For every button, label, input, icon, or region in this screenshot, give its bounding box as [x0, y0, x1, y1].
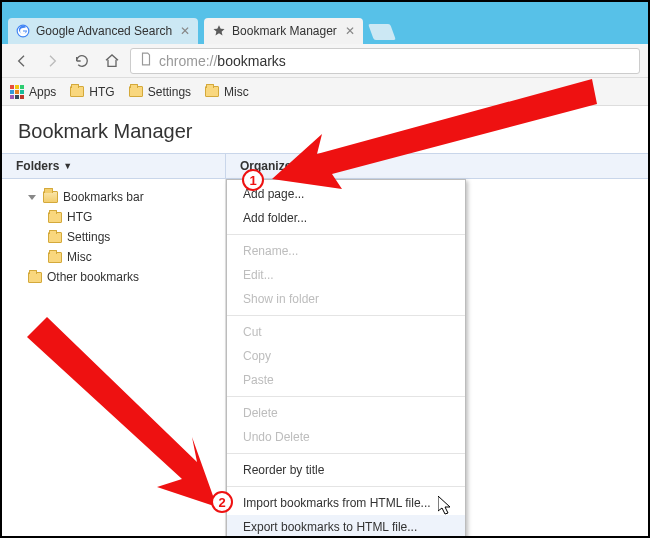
- folder-icon: [48, 232, 62, 243]
- folder-icon: [129, 86, 143, 97]
- tree-bookmarks-bar[interactable]: Bookmarks bar: [6, 187, 221, 207]
- menu-separator: [227, 486, 465, 487]
- url-scheme: chrome://: [159, 53, 217, 69]
- menu-undo-delete: Undo Delete: [227, 425, 465, 449]
- folder-icon: [28, 272, 42, 283]
- menu-delete: Delete: [227, 401, 465, 425]
- forward-button[interactable]: [40, 49, 64, 73]
- tab-bookmark-manager[interactable]: Bookmark Manager ✕: [204, 18, 363, 44]
- folder-open-icon: [43, 191, 58, 203]
- tab-google-advanced-search[interactable]: Google Advanced Search ✕: [8, 18, 198, 44]
- menu-show-in-folder: Show in folder: [227, 287, 465, 311]
- folder-icon: [48, 252, 62, 263]
- tab-close-icon[interactable]: ✕: [180, 24, 190, 38]
- svg-marker-2: [27, 317, 217, 507]
- menu-separator: [227, 453, 465, 454]
- tab-strip: Google Advanced Search ✕ Bookmark Manage…: [2, 14, 648, 44]
- page-icon: [139, 52, 153, 69]
- bookmark-misc[interactable]: Misc: [205, 85, 249, 99]
- folder-icon: [205, 86, 219, 97]
- menu-edit: Edit...: [227, 263, 465, 287]
- menu-separator: [227, 234, 465, 235]
- callout-2: 2: [211, 491, 233, 513]
- folder-icon: [70, 86, 84, 97]
- window-titlebar: [2, 2, 648, 14]
- menu-separator: [227, 396, 465, 397]
- menu-copy: Copy: [227, 344, 465, 368]
- folder-icon: [48, 212, 62, 223]
- bookmark-settings[interactable]: Settings: [129, 85, 191, 99]
- apps-icon: [10, 85, 24, 99]
- callout-1: 1: [242, 169, 264, 191]
- svg-marker-1: [272, 79, 597, 189]
- home-button[interactable]: [100, 49, 124, 73]
- menu-add-folder[interactable]: Add folder...: [227, 206, 465, 230]
- menu-cut: Cut: [227, 320, 465, 344]
- menu-import-html[interactable]: Import bookmarks from HTML file...: [227, 491, 465, 515]
- apps-label: Apps: [29, 85, 56, 99]
- tree-other-bookmarks[interactable]: Other bookmarks: [6, 267, 221, 287]
- annotation-arrow-1: [272, 59, 602, 199]
- folders-column-header[interactable]: Folders▼: [2, 154, 226, 178]
- star-icon: [212, 24, 226, 38]
- menu-rename: Rename...: [227, 239, 465, 263]
- bookmark-htg[interactable]: HTG: [70, 85, 114, 99]
- caret-down-icon: ▼: [63, 161, 72, 171]
- menu-export-html[interactable]: Export bookmarks to HTML file...: [227, 515, 465, 538]
- menu-reorder[interactable]: Reorder by title: [227, 458, 465, 482]
- tab-title: Bookmark Manager: [232, 24, 337, 38]
- back-button[interactable]: [10, 49, 34, 73]
- tree-htg[interactable]: HTG: [6, 207, 221, 227]
- tree-misc[interactable]: Misc: [6, 247, 221, 267]
- organize-menu: Add page... Add folder... Rename... Edit…: [226, 179, 466, 538]
- apps-button[interactable]: Apps: [10, 85, 56, 99]
- tab-title: Google Advanced Search: [36, 24, 172, 38]
- annotation-arrow-2: [22, 312, 242, 512]
- google-favicon: [16, 24, 30, 38]
- new-tab-button[interactable]: [368, 24, 396, 40]
- tree-settings[interactable]: Settings: [6, 227, 221, 247]
- disclosure-triangle-icon[interactable]: [28, 195, 36, 200]
- reload-button[interactable]: [70, 49, 94, 73]
- menu-separator: [227, 315, 465, 316]
- tab-close-icon[interactable]: ✕: [345, 24, 355, 38]
- mouse-cursor-icon: [438, 496, 454, 516]
- menu-paste: Paste: [227, 368, 465, 392]
- main-pane: Add page... Add folder... Rename... Edit…: [226, 179, 648, 538]
